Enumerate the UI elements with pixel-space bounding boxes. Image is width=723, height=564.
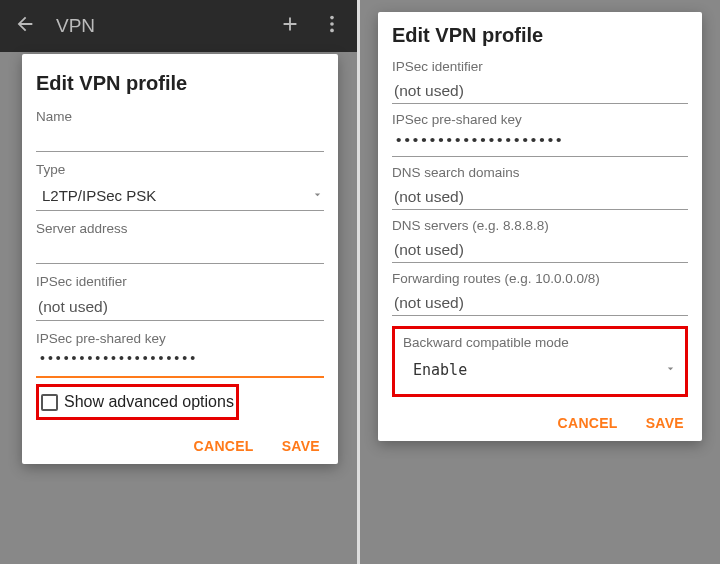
psk-input[interactable]: •••••••••••••••••••• [36,350,324,378]
overflow-icon[interactable] [321,13,343,39]
svg-point-0 [330,16,334,20]
chevron-down-icon [664,361,677,379]
screenshot-right: Edit VPN profile IPSec identifier IPSec … [360,0,720,564]
ipsec-id-label: IPSec identifier [392,59,688,74]
server-label: Server address [36,221,324,236]
dialog-actions: CANCEL SAVE [392,415,688,431]
save-button[interactable]: SAVE [646,415,684,431]
edit-vpn-dialog-expanded: Edit VPN profile IPSec identifier IPSec … [378,12,702,441]
app-title: VPN [56,15,259,37]
dialog-title: Edit VPN profile [36,72,324,95]
compat-value: Enable [413,361,664,379]
compat-mode-section: Backward compatible mode Enable [392,326,688,397]
compat-label: Backward compatible mode [403,335,677,350]
save-button[interactable]: SAVE [282,438,320,454]
compat-select[interactable]: Enable [403,356,677,384]
dns-search-label: DNS search domains [392,165,688,180]
dns-servers-label: DNS servers (e.g. 8.8.8.8) [392,218,688,233]
psk-input[interactable]: •••••••••••••••••••• [392,131,688,157]
dialog-actions: CANCEL SAVE [36,438,324,454]
ipsec-id-label: IPSec identifier [36,274,324,289]
ipsec-id-input[interactable] [392,78,688,104]
name-input[interactable] [36,128,324,152]
show-advanced-toggle[interactable]: Show advanced options [36,384,239,420]
edit-vpn-dialog: Edit VPN profile Name Type L2TP/IPSec PS… [22,54,338,464]
cancel-button[interactable]: CANCEL [558,415,618,431]
app-topbar: VPN [0,0,357,52]
server-input[interactable] [36,240,324,264]
svg-point-1 [330,22,334,26]
cancel-button[interactable]: CANCEL [194,438,254,454]
dns-search-input[interactable] [392,184,688,210]
dns-servers-input[interactable] [392,237,688,263]
screenshot-left: VPN Edit VPN profile Name Type L2TP/IPSe… [0,0,360,564]
psk-label: IPSec pre-shared key [36,331,324,346]
routes-input[interactable] [392,290,688,316]
add-icon[interactable] [279,13,301,39]
type-value: L2TP/IPSec PSK [42,187,311,204]
type-label: Type [36,162,324,177]
checkbox-icon [41,394,58,411]
ipsec-id-input[interactable] [36,293,324,321]
psk-label: IPSec pre-shared key [392,112,688,127]
show-advanced-label: Show advanced options [64,393,234,411]
name-label: Name [36,109,324,124]
chevron-down-icon [311,187,324,205]
back-icon[interactable] [14,13,36,39]
dialog-title: Edit VPN profile [392,24,688,47]
type-select[interactable]: L2TP/IPSec PSK [36,181,324,211]
svg-point-2 [330,29,334,33]
routes-label: Forwarding routes (e.g. 10.0.0.0/8) [392,271,688,286]
